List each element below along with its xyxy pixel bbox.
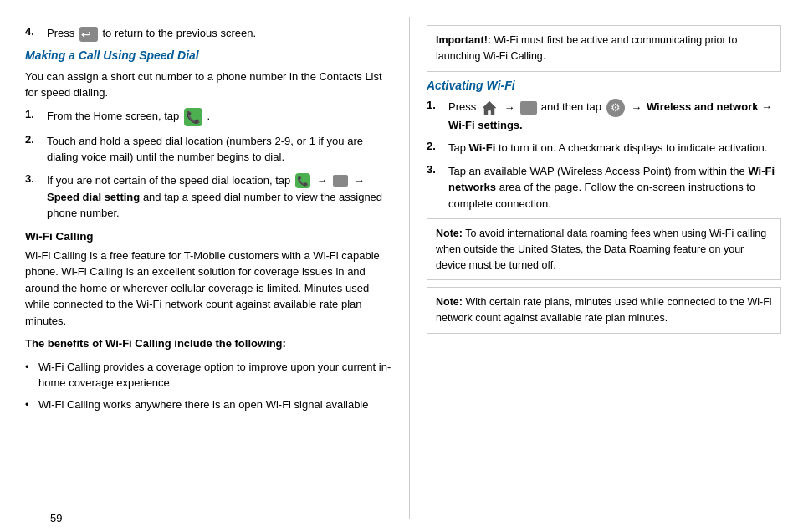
wifi-bullet2-text: Wi-Fi Calling works anywhere there is an…	[38, 396, 369, 413]
act-step3-text-before: Tap an available WAP (Wireless Access Po…	[448, 165, 745, 177]
sd-step1-num: 1.	[25, 108, 43, 120]
sd-step1-content: From the Home screen, tap 📞 .	[47, 108, 392, 126]
bullet-dot-2: •	[25, 396, 33, 413]
sd-step2-num: 2.	[25, 133, 43, 146]
speed-dial-intro: You can assign a short cut number to a p…	[25, 69, 392, 101]
step-4-num: 4.	[25, 25, 43, 38]
section-speed-dial-heading: Making a Call Using Speed Dial	[25, 49, 392, 62]
act-step2: 2. Tap Wi-Fi to turn it on. A checkmark …	[427, 140, 781, 156]
phone-icon-2: 📞	[295, 173, 310, 188]
act-step2-wifi: Wi-Fi	[469, 141, 496, 154]
step-4-content: Press to return to the previous screen.	[47, 25, 392, 42]
bullet-dot-1: •	[25, 359, 33, 376]
sd-step3-num: 3.	[25, 172, 43, 185]
sd-step1-text: From the Home screen, tap	[47, 110, 179, 122]
act-step1: 1. Press → and then tap ⚙ → Wireless and…	[427, 99, 781, 134]
step-4-text2: to return to the previous screen.	[102, 27, 256, 39]
act-arrow3: →	[631, 100, 642, 116]
sd-step3-content: If you are not certain of the speed dial…	[47, 172, 392, 222]
act-step2-text-after: to turn it on. A checkmark displays to i…	[499, 141, 768, 154]
gear-icon: ⚙	[606, 99, 625, 117]
act-step3-content: Tap an available WAP (Wireless Access Po…	[448, 163, 781, 212]
activating-wifi-heading: Activating Wi-Fi	[427, 79, 781, 92]
important-label: Important!:	[436, 34, 491, 46]
arrow1: →	[317, 172, 328, 189]
act-step1-text2: and then tap	[541, 100, 601, 113]
back-icon	[79, 27, 98, 42]
note1-text: To avoid international data roaming fees…	[436, 228, 766, 271]
sd-step3-text-before: If you are not certain of the speed dial…	[47, 174, 290, 187]
speed-dial-step1: 1. From the Home screen, tap 📞 .	[25, 108, 392, 126]
page-number: 59	[25, 512, 798, 524]
wifi-bullet2: • Wi-Fi Calling works anywhere there is …	[25, 396, 392, 413]
menu-icon	[333, 175, 348, 187]
note2-text: With certain rate plans, minutes used wh…	[436, 296, 772, 324]
note-box-2: Note: With certain rate plans, minutes u…	[427, 287, 781, 334]
act-step2-tap: Tap	[448, 141, 466, 154]
wifi-bullet1: • Wi-Fi Calling provides a coverage opti…	[25, 359, 392, 391]
home-icon	[481, 100, 498, 116]
speed-dial-step3: 3. If you are not certain of the speed d…	[25, 172, 392, 222]
act-arrow1: →	[504, 100, 514, 116]
step-4: 4. Press to return to the previous scree…	[25, 25, 392, 42]
right-column: Important!: Wi-Fi must first be active a…	[410, 17, 798, 519]
wifi-benefits-heading: The benefits of Wi-Fi Calling include th…	[25, 335, 392, 352]
sd-step3-bold: Speed dial setting	[47, 191, 140, 203]
act-step3-num: 3.	[427, 163, 445, 176]
act-step3: 3. Tap an available WAP (Wireless Access…	[427, 163, 781, 212]
speed-dial-step2: 2. Touch and hold a speed dial location …	[25, 133, 392, 166]
svg-marker-0	[483, 101, 496, 115]
sd-step2-content: Touch and hold a speed dial location (nu…	[47, 133, 392, 166]
act-step2-content: Tap Wi-Fi to turn it on. A checkmark dis…	[448, 140, 781, 156]
important-box: Important!: Wi-Fi must first be active a…	[427, 25, 781, 72]
wifi-calling-heading: Wi-Fi Calling	[25, 230, 392, 243]
note-box-1: Note: To avoid international data roamin…	[427, 218, 781, 280]
wifi-calling-body: Wi-Fi Calling is a free feature for T-Mo…	[25, 248, 392, 330]
page-layout: 4. Press to return to the previous scree…	[0, 17, 798, 519]
act-menu-icon	[520, 101, 537, 115]
phone-icon: 📞	[184, 108, 202, 126]
act-step1-content: Press → and then tap ⚙ → Wireless and ne…	[448, 99, 781, 134]
note2-label: Note:	[436, 296, 463, 308]
sd-step1-text2: .	[207, 110, 210, 122]
note1-label: Note:	[436, 228, 463, 239]
act-step1-num: 1.	[427, 99, 445, 111]
step-4-text: Press	[47, 27, 74, 39]
act-step1-text-before: Press	[448, 100, 476, 113]
arrow2: →	[354, 172, 365, 189]
wifi-bullet1-text: Wi-Fi Calling provides a coverage option…	[38, 359, 392, 391]
act-step2-num: 2.	[427, 140, 445, 152]
left-column: 4. Press to return to the previous scree…	[0, 17, 410, 519]
